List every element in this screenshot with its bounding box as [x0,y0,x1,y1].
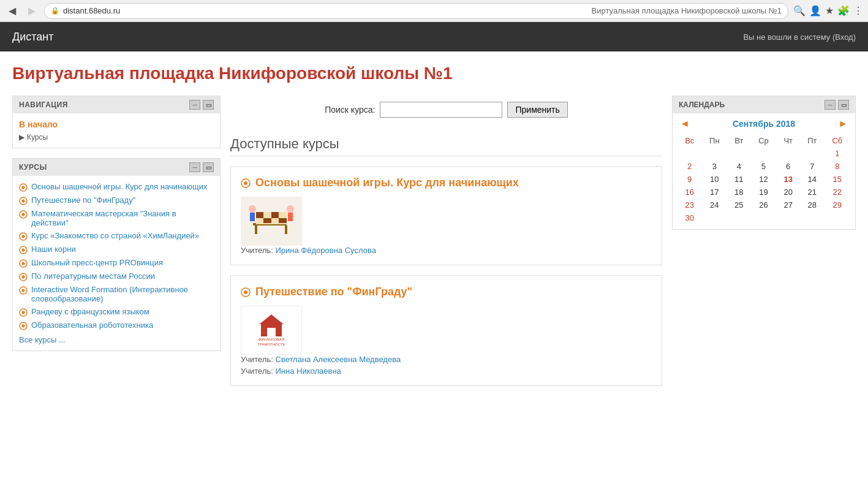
course-sidebar-link[interactable]: Наши корни [31,244,76,254]
course-link-fingrad[interactable]: Путешествие по "ФинГраду" [255,286,412,298]
calendar-day-cell[interactable]: 9 [677,173,701,186]
course-sidebar-link[interactable]: Рандеву с французским языком [31,307,149,316]
nav-minimize-btn[interactable]: ─ [189,100,200,110]
search-input[interactable] [380,102,502,118]
courses-nav-item[interactable]: ▶ Курсы [19,133,214,142]
teacher2-link-2[interactable]: Инна Николаевна [276,366,341,376]
calendar-day-cell[interactable]: 22 [825,186,850,199]
course-bullet-icon [19,246,28,254]
calendar-title: КАЛЕНДАРЬ [679,100,725,109]
svg-point-15 [22,289,25,292]
course-icon-fingrad [241,287,251,297]
calendar-day-cell[interactable]: 13 [776,173,800,186]
calendar-day-cell[interactable]: 11 [727,173,750,186]
svg-rect-28 [271,212,279,218]
courses-config-btn[interactable]: ▭ [203,162,214,172]
url-bar[interactable]: 🔒 distant.68edu.ru Виртуальная площадка … [44,3,788,19]
courses-list: Основы шашечной игры. Курс для начинающи… [19,182,214,330]
course-sidebar-link[interactable]: Математическая мастерская "Знания в дейс… [31,209,214,227]
calendar-day-cell [727,147,750,160]
calendar-day-cell[interactable]: 4 [727,160,750,173]
teacher-link-2[interactable]: Светлана Алексеевна Медведева [276,355,401,364]
calendar-day-cell[interactable]: 15 [825,173,850,186]
search-button[interactable]: Применить [507,102,567,118]
bookmark-icon[interactable]: ★ [825,5,834,17]
calendar-day-cell[interactable]: 5 [750,160,776,173]
course-sidebar-link[interactable]: Образовательная робототехника [31,320,153,330]
calendar-day-cell[interactable]: 20 [776,186,800,199]
calendar-day-cell [750,147,776,160]
cal-day-wed: Ср [750,134,776,147]
search-label: Поиск курса: [325,105,375,115]
profile-icon[interactable]: 👤 [809,5,821,17]
calendar-day-cell[interactable]: 30 [677,211,701,224]
calendar-day-cell[interactable]: 21 [800,186,825,199]
course-image-fingrad: ФИНАНСОВАЯ ГРАМОТНОСТЬ [241,306,302,355]
calendar-day-cell[interactable]: 24 [701,199,727,211]
course-list-item: Рандеву с французским языком [19,307,214,317]
courses-nav-label: Курсы [27,133,48,142]
cal-minimize-btn[interactable]: ─ [825,100,836,110]
calendar-day-cell[interactable]: 25 [727,199,750,211]
calendar-day-cell [727,211,750,224]
calendar-day-cell[interactable]: 27 [776,199,800,211]
course-list-item: Математическая мастерская "Знания в дейс… [19,209,214,227]
cal-prev-btn[interactable]: ◄ [677,118,692,129]
calendar-day-cell[interactable]: 18 [727,186,750,199]
svg-point-11 [22,262,25,265]
calendar-day-cell[interactable]: 2 [677,160,701,173]
course-link-checkers[interactable]: Основы шашечной игры. Курс для начинающи… [255,176,519,189]
forward-button[interactable]: ▶ [25,4,39,18]
course-sidebar-link[interactable]: Школьный пресс-центр PROвинция [31,258,163,267]
calendar-day-cell[interactable]: 12 [750,173,776,186]
calendar-day-cell[interactable]: 19 [750,186,776,199]
course-sidebar-link[interactable]: Interactive Word Formation (Интерактивно… [31,285,214,303]
menu-icon[interactable]: ⋮ [853,5,863,17]
svg-rect-32 [271,218,279,223]
calendar-day-cell[interactable]: 8 [825,160,850,173]
course-teacher-fingrad-2: Учитель: Инна Николаевна [241,366,652,376]
calendar-day-cell[interactable]: 26 [750,199,776,211]
calendar-day-cell [701,211,727,224]
calendar-block: КАЛЕНДАРЬ ─ ▭ ◄ Сентябрь 2018 ► [672,96,856,230]
calendar-week-row: 2345678 [677,160,850,173]
calendar-day-cell[interactable]: 16 [677,186,701,199]
calendar-day-cell[interactable]: 1 [825,147,850,160]
course-sidebar-link[interactable]: Курс «Знакомство со страной «ХимЛандией» [31,231,199,240]
course-sidebar-link[interactable]: Основы шашечной игры. Курс для начинающи… [31,182,208,191]
calendar-day-cell [776,147,800,160]
home-link[interactable]: В начало [19,119,58,129]
calendar-day-cell[interactable]: 29 [825,199,850,211]
calendar-week-row: 16171819202122 [677,186,850,199]
course-list-item: Школьный пресс-центр PROвинция [19,258,214,268]
course-teacher-fingrad-1: Учитель: Светлана Алексеевна Медведева [241,355,652,364]
cal-config-btn[interactable]: ▭ [838,100,849,110]
calendar-day-cell[interactable]: 6 [776,160,800,173]
calendar-day-cell[interactable]: 17 [701,186,727,199]
back-button[interactable]: ◀ [5,4,20,18]
cal-day-mon: Пн [701,134,727,147]
calendar-day-cell[interactable]: 7 [800,160,825,173]
course-card-checkers: Основы шашечной игры. Курс для начинающи… [230,166,662,265]
nav-config-btn[interactable]: ▭ [203,100,214,110]
calendar-day-cell [825,211,850,224]
calendar-day-cell[interactable]: 10 [701,173,727,186]
teacher-link-1[interactable]: Ирина Фёдоровна Суслова [276,246,376,255]
calendar-body-rows: 1234567891011121314151617181920212223242… [677,147,850,224]
all-courses-link[interactable]: Все курсы ... [19,335,214,344]
cal-next-btn[interactable]: ► [836,118,850,129]
search-icon[interactable]: 🔍 [793,5,806,17]
course-sidebar-link[interactable]: По литературным местам России [31,271,155,281]
course-bullet-icon [19,210,28,219]
calendar-day-cell[interactable]: 3 [701,160,727,173]
calendar-day-cell[interactable]: 14 [800,173,825,186]
extension-icon[interactable]: 🧩 [837,5,850,17]
page-content: Виртуальная площадка Никифоровской школы… [0,51,868,408]
course-card-fingrad: Путешествие по "ФинГраду" [230,275,662,386]
courses-minimize-btn[interactable]: ─ [189,162,200,172]
browser-chrome: ◀ ▶ 🔒 distant.68edu.ru Виртуальная площа… [0,0,868,22]
calendar-day-cell[interactable]: 28 [800,199,825,211]
course-sidebar-link[interactable]: Путешествие по "ФинГраду" [31,195,135,205]
top-navbar: Дистант Вы не вошли в систему (Вход) [0,22,868,51]
calendar-day-cell[interactable]: 23 [677,199,701,211]
